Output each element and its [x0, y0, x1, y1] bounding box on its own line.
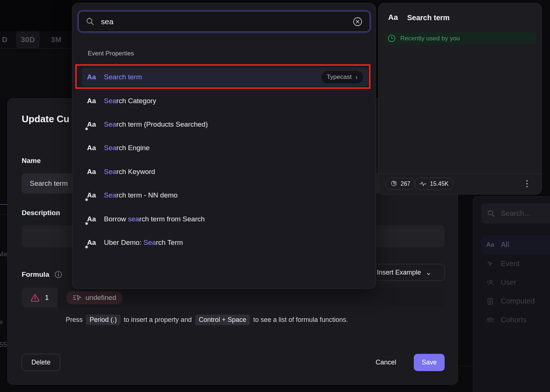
- background-header: [0, 0, 72, 31]
- chevron-down-icon: ⌄: [426, 271, 432, 274]
- sidebar-item-label: Computed: [501, 297, 535, 305]
- text-property-icon: Aa: [486, 241, 495, 248]
- divider: [0, 48, 72, 48]
- people-group-icon: [486, 316, 495, 324]
- result-row-search-term[interactable]: Aa Search term Typecast ›: [82, 68, 368, 87]
- sidebar-item-label: Cohorts: [501, 316, 527, 324]
- save-button[interactable]: Save: [414, 354, 445, 371]
- insert-example-button[interactable]: Insert Example ⌄: [364, 264, 445, 281]
- search-icon: [487, 210, 495, 218]
- custom-property-star-icon: ✱: [85, 245, 88, 250]
- kebab-menu-icon[interactable]: ⋮: [523, 177, 531, 190]
- property-details-title: Search term: [407, 14, 450, 22]
- sidebar-item-label: User: [501, 278, 516, 287]
- property-name: Uber Demo: Search Term: [104, 239, 183, 247]
- result-row-search-category[interactable]: Aa Search Category: [82, 91, 368, 110]
- event-cursor-icon: [486, 260, 495, 268]
- sidebar-item-all[interactable]: Aa All: [481, 235, 550, 254]
- sidebar-item-event[interactable]: Event: [481, 254, 550, 273]
- formula-error-counter: 1: [22, 288, 58, 307]
- text-property-icon: Aa: [87, 97, 100, 105]
- custom-text-property-icon: Aa✱: [87, 120, 100, 128]
- activity-icon: [419, 181, 427, 187]
- info-icon[interactable]: [54, 271, 62, 279]
- clear-search-icon[interactable]: [353, 17, 362, 26]
- property-name: Borrow search term from Search: [104, 215, 205, 223]
- name-label: Name: [22, 157, 41, 165]
- sidebar-item-label: All: [501, 240, 509, 249]
- warning-icon: [30, 293, 40, 302]
- sidebar-search-field[interactable]: [481, 203, 550, 224]
- background-chart-area: D 30D 3M: [0, 0, 72, 98]
- text-property-icon: Aa: [388, 13, 398, 22]
- distinct-values-count: 267: [401, 181, 410, 187]
- calculator-icon: [486, 298, 495, 305]
- property-details-panel: Aa Search term Recently used by you 267: [378, 3, 542, 195]
- delete-button[interactable]: Delete: [22, 354, 60, 371]
- custom-text-property-icon: Aa✱: [87, 215, 100, 223]
- text-property-icon: Aa: [87, 73, 100, 81]
- property-name: Search Engine: [104, 144, 150, 152]
- result-row-search-engine[interactable]: Aa Search Engine: [82, 138, 368, 157]
- formula-editor[interactable]: 1 undefined: [22, 288, 445, 307]
- sidebar-item-computed[interactable]: Computed: [481, 292, 550, 311]
- clock-icon: [387, 34, 396, 43]
- distinct-values-pill[interactable]: 267: [385, 178, 416, 190]
- app-root: D 30D 3M May e 55 Aa All Event: [0, 0, 550, 392]
- modal-title: Update Cu: [22, 113, 69, 125]
- formula-hint: Press Period (.) to insert a property an…: [66, 315, 348, 325]
- time-range-button-partial[interactable]: D: [0, 31, 10, 48]
- custom-text-property-icon: Aa✱: [87, 239, 100, 247]
- property-name: Search term: [104, 73, 142, 81]
- sidebar-item-cohorts[interactable]: Cohorts: [481, 311, 550, 329]
- result-row-borrow-search-term[interactable]: Aa✱ Borrow search term from Search: [82, 210, 368, 229]
- description-optional-hint: o: [55, 210, 58, 217]
- result-row-search-keyword[interactable]: Aa Search Keyword: [82, 162, 368, 181]
- search-icon: [86, 17, 95, 26]
- divider: [0, 214, 7, 215]
- cancel-button[interactable]: Cancel: [369, 354, 402, 371]
- background-chart-strip: May e 55: [0, 98, 7, 392]
- formula-token-icon: [73, 294, 82, 301]
- property-name: Search term - NN demo: [104, 191, 178, 199]
- sidebar-item-label: Event: [501, 259, 520, 268]
- result-row-uber-demo-search-term[interactable]: Aa✱ Uber Demo: Search Term: [82, 233, 368, 252]
- text-property-icon: Aa: [87, 144, 100, 152]
- description-label: Description: [22, 209, 60, 217]
- event-volume-pill[interactable]: 15.45K: [414, 178, 454, 190]
- sidebar-search-input[interactable]: [500, 209, 548, 218]
- axis-label-partial: e: [0, 319, 3, 326]
- user-icon: [486, 279, 495, 286]
- result-row-search-term-nn-demo[interactable]: Aa✱ Search term - NN demo: [82, 186, 368, 205]
- result-row-search-term-products[interactable]: Aa✱ Search term (Products Searched): [82, 115, 368, 134]
- property-name: Search Keyword: [104, 168, 155, 176]
- property-name: Search Category: [104, 97, 156, 105]
- property-search-field[interactable]: [78, 11, 370, 32]
- property-name: Search term (Products Searched): [104, 120, 208, 128]
- property-search-input[interactable]: [100, 17, 347, 26]
- event-volume-count: 15.45K: [430, 181, 449, 187]
- property-search-dropdown: Event Properties Aa Search term Typecast…: [72, 3, 376, 289]
- time-range-button-3m[interactable]: 3M: [46, 31, 67, 48]
- error-count: 1: [45, 294, 49, 302]
- typecast-button[interactable]: Typecast ›: [321, 71, 363, 83]
- recently-used-badge: Recently used by you: [384, 32, 536, 44]
- formula-input[interactable]: undefined: [58, 288, 445, 307]
- custom-property-star-icon: ✱: [85, 221, 88, 226]
- pie-chart-icon: [390, 180, 397, 187]
- custom-property-star-icon: ✱: [85, 197, 88, 202]
- chart-line: [0, 204, 7, 205]
- chevron-right-icon: ›: [355, 75, 358, 79]
- property-type-sidebar: Aa All Event User Computed Cohorts: [473, 196, 550, 392]
- custom-property-star-icon: ✱: [85, 127, 88, 131]
- axis-value-partial: 55: [0, 341, 7, 349]
- sidebar-item-user[interactable]: User: [481, 273, 550, 292]
- property-details-footer: 267 15.45K ⋮: [379, 173, 542, 194]
- undefined-property-token[interactable]: undefined: [66, 291, 122, 304]
- custom-text-property-icon: Aa✱: [87, 191, 100, 199]
- kbd-control-space: Control + Space: [195, 315, 250, 325]
- kbd-period: Period (.): [86, 315, 120, 325]
- time-range-button-30d[interactable]: 30D: [16, 31, 40, 48]
- section-label-event-properties: Event Properties: [88, 50, 134, 57]
- formula-label: Formula: [22, 271, 62, 279]
